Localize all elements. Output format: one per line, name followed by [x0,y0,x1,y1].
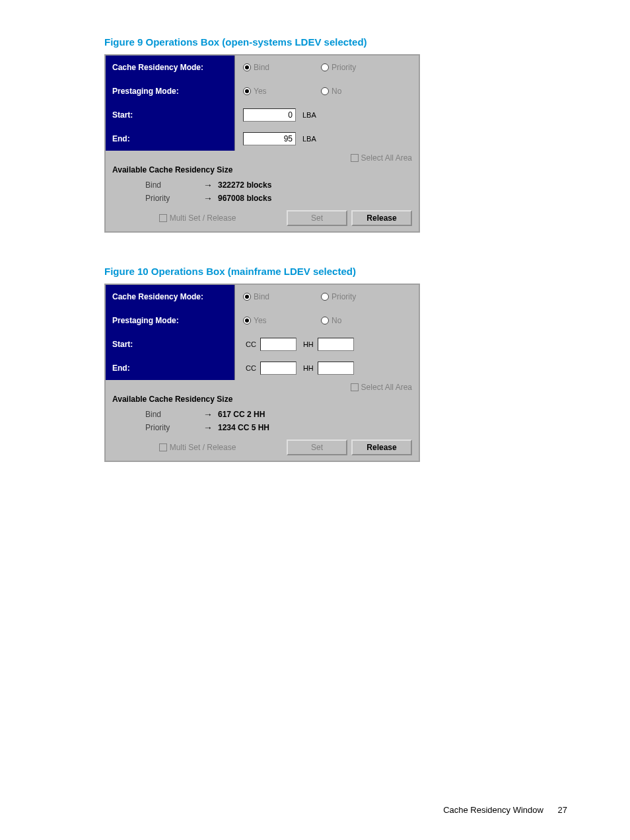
radio-icon [321,87,329,95]
cache-residency-mode-label: Cache Residency Mode: [106,285,235,309]
prestaging-mode-label: Prestaging Mode: [106,79,235,103]
start-unit: LBA [302,111,316,119]
radio-icon [243,63,251,71]
radio-icon [243,317,251,325]
radio-icon [243,87,251,95]
release-button[interactable]: Release [351,439,412,455]
arrow-icon: → [198,193,218,204]
priority-size-label: Priority [145,194,198,203]
yes-radio[interactable]: Yes [243,316,317,325]
set-button[interactable]: Set [287,439,347,455]
radio-icon [321,63,329,71]
radio-icon [321,317,329,325]
multi-set-label: Multi Set / Release [170,213,236,223]
hh-unit: HH [303,364,314,372]
priority-size-value: 967008 blocks [218,194,271,203]
multi-set-checkbox[interactable] [159,443,167,451]
figure10-caption: Figure 10 Operations Box (mainframe LDEV… [104,266,630,277]
start-label: Start: [106,332,235,356]
cache-residency-mode-label: Cache Residency Mode: [106,56,235,79]
radio-icon [243,293,251,301]
radio-icon [321,293,329,301]
priority-size-value: 1234 CC 5 HH [218,423,269,432]
no-radio[interactable]: No [321,316,395,325]
select-all-checkbox[interactable] [351,383,359,391]
select-all-label: Select All Area [361,153,412,163]
bind-radio[interactable]: Bind [243,292,317,301]
set-button[interactable]: Set [287,210,347,226]
cc-unit: CC [246,364,256,372]
end-label: End: [106,127,235,151]
priority-size-label: Priority [145,423,198,432]
yes-radio[interactable]: Yes [243,87,317,96]
figure9-caption: Figure 9 Operations Box (open-systems LD… [104,36,630,48]
bind-size-label: Bind [145,410,198,419]
operations-box-open: Cache Residency Mode: Bind Priority Pres… [104,54,420,233]
page-number: 27 [558,805,567,815]
bind-size-value: 322272 blocks [218,180,271,190]
bind-radio[interactable]: Bind [243,63,317,72]
start-label: Start: [106,103,235,127]
bind-size-value: 617 CC 2 HH [218,410,265,419]
cc-unit: CC [246,340,256,348]
end-label: End: [106,356,235,380]
end-input[interactable]: 95 [243,132,296,145]
end-unit: LBA [302,135,316,143]
hh-unit: HH [303,340,314,348]
start-hh-input[interactable] [318,338,354,351]
arrow-icon: → [198,422,218,433]
arrow-icon: → [198,180,218,190]
arrow-icon: → [198,409,218,420]
page-footer: Cache Residency Window 27 [443,805,567,815]
start-cc-input[interactable] [260,338,297,351]
multi-set-checkbox[interactable] [159,214,167,222]
priority-radio[interactable]: Priority [321,63,395,72]
end-hh-input[interactable] [318,362,354,375]
end-cc-input[interactable] [260,362,297,375]
prestaging-mode-label: Prestaging Mode: [106,309,235,332]
footer-text: Cache Residency Window [443,805,543,815]
operations-box-mainframe: Cache Residency Mode: Bind Priority Pres… [104,284,420,462]
select-all-label: Select All Area [361,383,412,392]
no-radio[interactable]: No [321,87,395,96]
start-input[interactable]: 0 [243,108,296,122]
bind-size-label: Bind [145,180,198,190]
available-size-header: Available Cache Residency Size [106,392,419,408]
priority-radio[interactable]: Priority [321,292,395,301]
select-all-checkbox[interactable] [351,154,359,162]
available-size-header: Available Cache Residency Size [106,163,419,178]
multi-set-label: Multi Set / Release [170,443,236,452]
release-button[interactable]: Release [351,210,412,226]
